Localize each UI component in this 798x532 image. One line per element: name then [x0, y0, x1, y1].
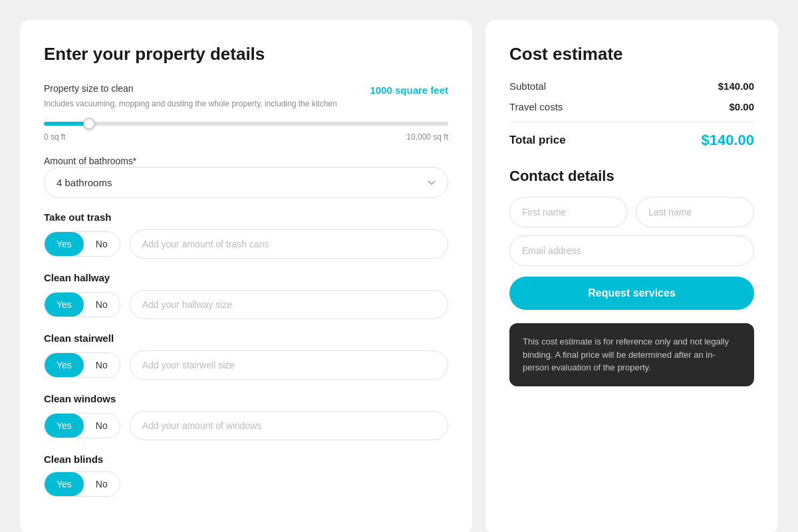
windows-yes-btn[interactable]: Yes: [45, 414, 84, 438]
blinds-toggle-group: Yes No: [44, 471, 120, 497]
disclaimer-text: This cost estimate is for reference only…: [523, 335, 741, 374]
property-size-desc: Includes vacuuming, mopping and dusting …: [44, 99, 448, 108]
trash-no-btn[interactable]: No: [84, 232, 120, 256]
trash-input[interactable]: [130, 229, 448, 259]
trash-label: Take out trash: [44, 211, 448, 223]
stairwell-yes-btn[interactable]: Yes: [45, 353, 84, 377]
property-size-value: 1000 square feet: [370, 84, 448, 96]
windows-no-btn[interactable]: No: [84, 414, 120, 438]
travel-value: $0.00: [729, 101, 754, 112]
hallway-no-btn[interactable]: No: [84, 293, 120, 317]
first-name-input[interactable]: [509, 197, 628, 227]
travel-label: Travel costs: [509, 101, 563, 112]
total-row: Total price $140.00: [509, 132, 754, 149]
stairwell-section: Clean stairwell Yes No: [44, 332, 448, 380]
windows-toggle-group: Yes No: [44, 413, 120, 438]
page-title: Enter your property details: [44, 44, 448, 65]
blinds-yes-btn[interactable]: Yes: [45, 472, 84, 496]
disclaimer-box: This cost estimate is for reference only…: [509, 323, 754, 386]
bathrooms-select[interactable]: 1 bathroom 2 bathrooms 3 bathrooms 4 bat…: [44, 167, 448, 198]
email-row: [509, 235, 754, 266]
request-services-button[interactable]: Request services: [509, 277, 754, 310]
hallway-toggle-group: Yes No: [44, 292, 120, 317]
left-panel: Enter your property details Property siz…: [20, 20, 472, 532]
subtotal-value: $140.00: [718, 80, 754, 92]
contact-details-title: Contact details: [509, 168, 754, 185]
cost-estimate-title: Cost estimate: [509, 44, 754, 65]
blinds-section: Clean blinds Yes No: [44, 454, 448, 497]
stairwell-no-btn[interactable]: No: [84, 353, 120, 377]
windows-section: Clean windows Yes No: [44, 393, 448, 440]
cost-divider: [509, 122, 754, 122]
blinds-label: Clean blinds: [44, 454, 448, 465]
total-label: Total price: [509, 134, 566, 147]
hallway-yes-btn[interactable]: Yes: [45, 293, 84, 317]
trash-yes-btn[interactable]: Yes: [45, 232, 84, 256]
subtotal-row: Subtotal $140.00: [509, 80, 754, 92]
slider-max-label: 10,000 sq ft: [406, 132, 448, 142]
hallway-input[interactable]: [130, 290, 448, 319]
stairwell-toggle-group: Yes No: [44, 352, 120, 378]
stairwell-label: Clean stairwell: [44, 332, 448, 344]
property-size-label: Property size to clean: [44, 83, 134, 94]
windows-label: Clean windows: [44, 393, 448, 404]
slider-min-label: 0 sq ft: [44, 132, 66, 142]
total-value: $140.00: [701, 132, 754, 149]
hallway-label: Clean hallway: [44, 272, 448, 283]
right-panel: Cost estimate Subtotal $140.00 Travel co…: [485, 20, 778, 532]
name-row: [509, 197, 754, 227]
windows-input[interactable]: [130, 411, 448, 440]
travel-row: Travel costs $0.00: [509, 101, 754, 112]
trash-section: Take out trash Yes No: [44, 211, 448, 259]
trash-toggle-group: Yes No: [44, 231, 120, 257]
stairwell-input[interactable]: [130, 350, 448, 380]
hallway-section: Clean hallway Yes No: [44, 272, 448, 319]
bathrooms-label: Amount of bathrooms*: [44, 156, 136, 166]
subtotal-label: Subtotal: [509, 80, 546, 92]
blinds-no-btn[interactable]: No: [84, 472, 120, 496]
last-name-input[interactable]: [636, 197, 754, 227]
email-input[interactable]: [509, 235, 754, 266]
property-size-slider[interactable]: [44, 122, 448, 126]
